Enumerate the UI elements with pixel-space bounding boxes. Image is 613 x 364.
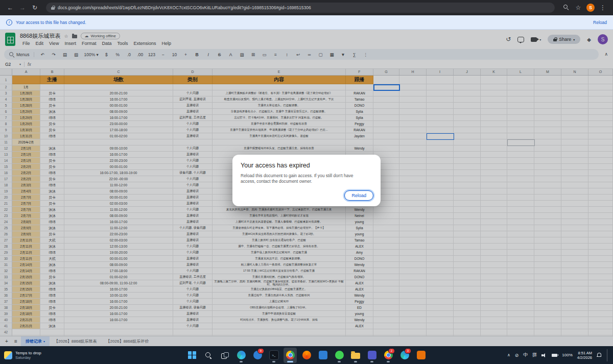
- microsoft-teams[interactable]: [365, 348, 379, 363]
- show-desktop-button[interactable]: [607, 349, 609, 361]
- banner-reload-link[interactable]: Reload: [593, 20, 607, 25]
- notifications-bell-icon[interactable]: [597, 353, 601, 358]
- taskbar-clock[interactable]: 8:51 AM 4/2/2026: [577, 351, 592, 360]
- task-view-button-icon: [221, 352, 228, 358]
- microsoft-teams-icon: [368, 351, 376, 359]
- browser-menu-icon[interactable]: ⋮: [598, 4, 608, 11]
- banner-message: Your access to this file has changed.: [16, 20, 86, 25]
- weather-subline: Saturday: [15, 355, 41, 360]
- access-changed-banner: i Your access to this file has changed. …: [0, 15, 613, 30]
- start-button[interactable]: [185, 348, 199, 363]
- taskbar: Temps to drop Saturday 9>_23 ∧ ⊘ 中 拼 100…: [0, 346, 613, 364]
- notification-badge: 3: [405, 348, 411, 354]
- taskbar-weather[interactable]: Temps to drop Saturday: [4, 351, 41, 360]
- google-chrome[interactable]: [284, 348, 297, 363]
- clock-time: 8:51 AM: [578, 351, 592, 355]
- volume-level: 100%: [562, 353, 572, 357]
- back-button[interactable]: ←: [5, 4, 15, 11]
- microsoft-edge[interactable]: [234, 348, 248, 363]
- weather-headline: Temps to drop: [15, 351, 41, 355]
- search-button-icon: [205, 352, 212, 359]
- address-bar[interactable]: docs.google.com/spreadsheets/d/1wpDfLezN…: [46, 3, 555, 13]
- terminal-icon: >_: [269, 350, 279, 360]
- browser-toolbar: ← → ↻ docs.google.com/spreadsheets/d/1wp…: [0, 0, 613, 15]
- search-tabs-icon[interactable]: [561, 4, 571, 11]
- info-icon: i: [6, 19, 12, 26]
- browser-profile-avatar[interactable]: S: [586, 4, 595, 12]
- access-expired-dialog: Your access has expired Reload this docu…: [232, 155, 381, 206]
- search-button[interactable]: [202, 348, 215, 363]
- outlook[interactable]: [316, 348, 329, 363]
- chrome-profile-2[interactable]: 2: [382, 348, 395, 363]
- task-view-button[interactable]: [218, 348, 231, 363]
- site-info-lock-icon[interactable]: [51, 6, 55, 10]
- media-player-icon: [417, 351, 426, 359]
- ime-mode-indicator[interactable]: 拼: [532, 352, 537, 358]
- notification-badge: 9: [257, 348, 264, 354]
- firefox[interactable]: [300, 348, 313, 363]
- dialog-body: Reload this document to gain access. If …: [241, 173, 368, 184]
- whatsapp[interactable]: [333, 348, 346, 363]
- notification-badge: 2: [388, 348, 395, 354]
- volume-icon[interactable]: [541, 353, 547, 357]
- screen: ← → ↻ docs.google.com/spreadsheets/d/1wp…: [0, 0, 613, 364]
- weather-icon: [4, 351, 12, 359]
- taskbar-apps: 9>_23: [185, 346, 428, 364]
- edge-profile-2[interactable]: 3: [398, 348, 411, 363]
- ime-language-indicator[interactable]: 中: [523, 352, 528, 358]
- system-tray: ∧ ⊘ 中 拼 100% 8:51 AM 4/2/2026: [507, 349, 609, 361]
- clock-date: 4/2/2026: [577, 355, 592, 360]
- do-not-disturb-icon[interactable]: ⊘: [515, 353, 519, 358]
- forward-button[interactable]: →: [17, 4, 28, 11]
- bookmark-star-icon[interactable]: ☆: [573, 4, 583, 11]
- dialog-title: Your access has expired: [241, 162, 372, 169]
- battery-icon[interactable]: [552, 354, 557, 357]
- hidden-icons-chevron[interactable]: ∧: [507, 353, 510, 357]
- file-explorer-icon: [351, 353, 360, 359]
- file-explorer[interactable]: [349, 348, 362, 363]
- reload-browser-button[interactable]: ↻: [30, 4, 40, 11]
- dialog-reload-button[interactable]: Reload: [344, 190, 373, 201]
- firefox-icon: [302, 351, 311, 359]
- google-chrome-icon: [286, 351, 295, 359]
- media-player[interactable]: [414, 348, 428, 363]
- outlook-icon: [319, 351, 327, 359]
- url-text: docs.google.com/spreadsheets/d/1wpDfLezN…: [58, 5, 311, 10]
- phone-link[interactable]: 9: [251, 348, 264, 363]
- whatsapp-icon: [335, 351, 344, 359]
- terminal[interactable]: >_: [267, 348, 280, 363]
- microsoft-edge-icon: [237, 351, 246, 359]
- start-button-icon: [188, 351, 196, 359]
